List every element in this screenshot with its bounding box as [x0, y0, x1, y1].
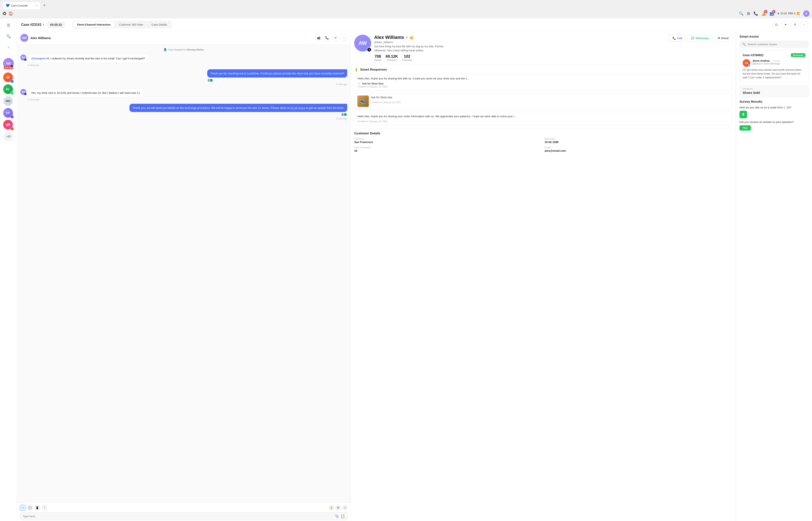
- case-card: Case #3784921 Resolved JA 𝕏: [740, 50, 809, 82]
- agent-item[interactable]: QR r: [3, 120, 14, 130]
- case-channel-badge: 𝕏: [748, 64, 750, 67]
- survey-question-2: Did you receive an answer to your questi…: [740, 120, 809, 123]
- profile-info: Alex Williams ✔ 👑 @alex_williams Out her…: [374, 35, 666, 61]
- left-sidebar: ☰ 🔍 › AW ✕ 10m 32s JD f KL w MN: [0, 18, 17, 521]
- followers-count: 69.12K: [386, 54, 398, 59]
- attachment-icon[interactable]: 📎: [335, 514, 339, 518]
- detail-email: Email alex@email.com: [544, 146, 732, 152]
- chat-channel-tab[interactable]: 💬: [27, 505, 33, 511]
- smart-respond-btn[interactable]: 💡: [328, 505, 334, 511]
- msg-time: [207, 78, 347, 82]
- response-tag: 📄 Ask for Shoe Size: [357, 82, 729, 85]
- tab-customer-360[interactable]: Customer 360 View: [115, 22, 147, 28]
- refresh-icon-btn[interactable]: ↺: [791, 21, 798, 28]
- details-grid: City/Town San Francisco Birth Date 15-02…: [354, 138, 732, 152]
- whatsapp-button[interactable]: 💬 Whatsapp: [687, 35, 712, 42]
- tab-omni-channel[interactable]: Omni-Channel Interaction: [73, 22, 114, 28]
- note-icon[interactable]: 📋: [341, 514, 345, 518]
- case-agent-name: Jione Andrea: [752, 59, 770, 62]
- response-text: Ask for Shoe size: [371, 95, 401, 99]
- msg-time-out: 2 mins ago: [129, 117, 347, 120]
- new-tab-button[interactable]: +: [41, 2, 47, 9]
- people-badge: 8: [772, 10, 775, 13]
- panels-row: AW Alex Williams 📹 📞 ↺ ··· 👤 Case Assign…: [17, 31, 812, 521]
- tab-case-details[interactable]: Case Details: [148, 22, 171, 28]
- apps-icon[interactable]: ⊞: [747, 11, 750, 16]
- twitter-channel-tab[interactable]: 𝕏: [20, 505, 26, 511]
- sidebar-expand-button[interactable]: ›: [4, 43, 13, 52]
- case-time: 13 min: [773, 60, 780, 62]
- message-row: AW ✕ Yes, my shoe size is 10 (US) and sh…: [20, 89, 347, 101]
- header-tabs: Omni-Channel Interaction Customer 360 Vi…: [72, 21, 172, 28]
- case-agent-info: Jione Andrea 13 min @joan23 • Direct Mes…: [752, 59, 780, 65]
- more-agents-button[interactable]: +20: [4, 132, 13, 141]
- people-icon[interactable]: 👥8: [769, 11, 774, 16]
- wand-icon-btn[interactable]: ✦: [782, 21, 789, 28]
- user-avatar[interactable]: A: [803, 10, 810, 17]
- expand-input-btn[interactable]: ⤢: [342, 505, 348, 511]
- response-card[interactable]: 👟 Ask for Shoe size Created on January 1…: [354, 93, 732, 110]
- call-label: Call: [677, 37, 682, 40]
- following-count: 102: [402, 54, 412, 59]
- voice-call-btn[interactable]: 📞: [323, 35, 330, 41]
- chat-header-actions: 📹 📞 ↺ ···: [315, 35, 347, 41]
- response-card[interactable]: Hello Alex, thank you for sharing your o…: [354, 112, 732, 125]
- email-value: alex@email.com: [544, 149, 732, 152]
- bell-icon[interactable]: 🔔8: [762, 11, 766, 16]
- home-icon[interactable]: 🏠: [8, 11, 13, 16]
- email-button[interactable]: ✉ Email: [714, 35, 732, 42]
- agent-timer: 10m 32s: [4, 66, 13, 69]
- more-chat-btn[interactable]: ···: [340, 35, 347, 41]
- profile-name-row: Alex Williams ✔ 👑: [374, 35, 666, 40]
- chat-input[interactable]: [23, 515, 333, 518]
- response-card[interactable]: Hello Alex, thank you for sharing this w…: [354, 74, 732, 91]
- template-btn[interactable]: ✿: [335, 505, 341, 511]
- status-dot: [777, 13, 779, 14]
- msg-bubble-incoming: @luxeglow Hi, I ordered my shoes recentl…: [28, 54, 148, 63]
- agent-dot-2: [209, 78, 213, 82]
- agent-item[interactable]: KL w: [3, 84, 14, 95]
- case-chevron-icon[interactable]: ▾: [43, 23, 44, 26]
- tab-close-icon[interactable]: ×: [36, 4, 38, 7]
- more-options-btn[interactable]: ···: [800, 21, 808, 28]
- case-id: Case #3784921: [743, 53, 764, 57]
- profile-avatar-wrap: AW 𝕏: [354, 35, 371, 51]
- agent-item[interactable]: MN: [3, 96, 14, 107]
- content-header: Case #23141 ▾ 00:05:32 Omni-Channel Inte…: [17, 18, 812, 31]
- profile-stats: 708 Tweets 69.12K Followers 102: [374, 54, 666, 61]
- agent-item[interactable]: AW ✕ 10m 32s: [3, 58, 14, 69]
- crown-icon: 👑: [409, 36, 413, 40]
- profile-actions: 📞 Call 💬 Whatsapp ✉ Email: [669, 35, 732, 42]
- email-label: Email: [544, 146, 732, 149]
- phone-icon[interactable]: 📞: [753, 11, 758, 16]
- detail-city: City/Town San Francisco: [354, 138, 542, 144]
- sidebar-search-button[interactable]: 🔍: [4, 32, 13, 41]
- facebook-channel-tab[interactable]: f: [41, 505, 47, 511]
- msg-content: Yes, my shoe size is 10 (US) and shoes I…: [28, 89, 144, 101]
- search-nav-icon[interactable]: 🔍: [739, 11, 744, 16]
- expand-icon-btn[interactable]: ⊡: [773, 21, 780, 28]
- status-time: 15:34: [781, 12, 787, 15]
- followers-label: Followers: [386, 59, 398, 61]
- channel-x-icon: ✕: [24, 58, 27, 61]
- system-message-text: Case Assigned to Shivang Mathur: [168, 48, 204, 51]
- care-console-tab[interactable]: 💙 Care Console ×: [2, 2, 41, 9]
- profile-bio: Out here living my best life with my dog…: [374, 45, 446, 52]
- tag-label: Ask for Shoe Size: [362, 82, 383, 85]
- menu-button[interactable]: ☰: [4, 21, 13, 30]
- agent-item[interactable]: OP v: [3, 108, 14, 118]
- right-panels-row: AW 𝕏 Alex Williams ✔ 👑 @alex_williams: [351, 31, 812, 521]
- agent-item[interactable]: JD f: [3, 72, 14, 83]
- response-date: Created on January 18, 2021: [357, 120, 729, 122]
- chat-input-area: 𝕏 💬 📱 f 💡 ✿ ⤢ 📎 📋: [17, 502, 350, 521]
- refresh-chat-btn[interactable]: ↺: [332, 35, 339, 41]
- detail-purchases: Past Purchases 16: [354, 146, 542, 152]
- call-button[interactable]: 📞 Call: [669, 35, 686, 42]
- msg-bubble-outgoing: Thank you for reaching out to LuxeGlow. …: [207, 69, 347, 78]
- whatsapp-channel-tab[interactable]: 📱: [34, 505, 40, 511]
- search-issues-input[interactable]: [748, 43, 806, 46]
- birthdate-label: Birth Date: [544, 138, 732, 140]
- video-call-btn[interactable]: 📹: [315, 35, 322, 41]
- browser-nav: ✿ 🏠 🔍 ⊞ 📞 🔔8 👥8 15:34 PBK 3 📶 A: [0, 9, 812, 18]
- profile-header: AW 𝕏 Alex Williams ✔ 👑 @alex_williams: [354, 35, 732, 61]
